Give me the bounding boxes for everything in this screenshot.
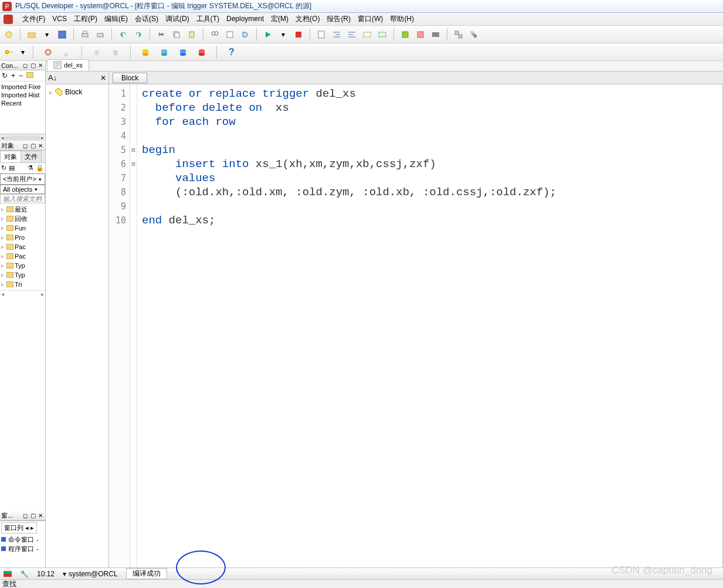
db-sql-icon[interactable] bbox=[158, 46, 171, 59]
max-icon[interactable]: ▢ bbox=[29, 62, 36, 69]
menu-item[interactable]: 报告(R) bbox=[323, 13, 354, 24]
add-icon[interactable]: + bbox=[11, 72, 15, 80]
menu-item[interactable]: 宏(M) bbox=[267, 13, 292, 24]
new-obj-icon[interactable]: ▤ bbox=[9, 164, 15, 172]
menu-item[interactable]: 会话(S) bbox=[131, 13, 162, 24]
close-icon[interactable]: ✕ bbox=[37, 62, 44, 69]
execute-dropdown-icon[interactable]: ▾ bbox=[277, 28, 290, 41]
menu-item[interactable]: 调试(D) bbox=[162, 13, 193, 24]
tree-node[interactable]: Fun bbox=[1, 223, 44, 233]
print-preview-icon[interactable] bbox=[94, 28, 107, 41]
new-icon[interactable] bbox=[2, 28, 15, 41]
db-yellow-icon[interactable] bbox=[139, 46, 152, 59]
tree-node[interactable]: 最近 bbox=[1, 205, 44, 214]
paste-icon[interactable] bbox=[185, 28, 198, 41]
objects-panel-header[interactable]: 对象 ◻▢✕ bbox=[0, 141, 45, 151]
scroll-left-icon[interactable]: ◂ bbox=[1, 135, 4, 141]
save-icon[interactable] bbox=[56, 28, 69, 41]
connection-row[interactable]: Imported Hist bbox=[1, 91, 44, 99]
refresh-icon[interactable]: ↻ bbox=[1, 164, 6, 172]
db-blue-icon[interactable] bbox=[176, 46, 189, 59]
menu-item[interactable]: 帮助(H) bbox=[386, 13, 417, 24]
redo-icon[interactable] bbox=[132, 28, 145, 41]
object-tree[interactable]: 最近回收FunProPacPacTypTypTri bbox=[0, 203, 45, 290]
copy-icon[interactable] bbox=[170, 28, 183, 41]
menu-item[interactable]: 文件(F) bbox=[19, 13, 49, 24]
stop-icon[interactable] bbox=[292, 28, 305, 41]
pin-icon[interactable]: ◻ bbox=[22, 142, 29, 149]
scroll-right-icon[interactable]: ▸ bbox=[41, 135, 44, 141]
pin-icon[interactable]: ◻ bbox=[22, 512, 29, 519]
tree-node[interactable]: Typ bbox=[1, 261, 44, 270]
refresh-icon[interactable]: ↻ bbox=[2, 72, 8, 80]
key-dropdown-icon[interactable]: ▾ bbox=[21, 48, 25, 56]
windows-panel-header[interactable]: 窗... ◻▢✕ bbox=[0, 511, 45, 521]
tree-node[interactable]: 回收 bbox=[1, 214, 44, 223]
max-icon[interactable]: ▢ bbox=[29, 142, 36, 149]
close-icon[interactable]: ✕ bbox=[37, 512, 44, 519]
trash-tan-icon[interactable] bbox=[109, 46, 122, 59]
explain-plan-icon[interactable] bbox=[315, 28, 328, 41]
remove-icon[interactable]: − bbox=[19, 72, 23, 80]
object-search-input[interactable] bbox=[0, 194, 45, 203]
pin-icon[interactable]: ◻ bbox=[22, 62, 29, 69]
fold-column[interactable]: ⊟⊟ bbox=[130, 84, 137, 567]
struct-node-block[interactable]: ▹ Block bbox=[49, 88, 105, 96]
rollback-icon[interactable] bbox=[414, 28, 427, 41]
brush-icon[interactable] bbox=[60, 46, 73, 59]
menu-item[interactable]: Deployment bbox=[223, 13, 267, 24]
max-icon[interactable]: ▢ bbox=[29, 512, 36, 519]
block-button[interactable]: Block bbox=[113, 73, 147, 83]
filter-dropdown[interactable]: All objects bbox=[0, 185, 45, 194]
connections-panel-header[interactable]: Con... ◻▢✕ bbox=[0, 61, 45, 70]
comment-icon[interactable] bbox=[361, 28, 374, 41]
execute-icon[interactable] bbox=[262, 28, 274, 41]
tab-files[interactable]: 文件 bbox=[21, 151, 42, 162]
db-red-icon[interactable] bbox=[195, 46, 208, 59]
trash-green-icon[interactable] bbox=[90, 46, 103, 59]
tree-node[interactable]: Pac bbox=[1, 242, 44, 251]
status-session[interactable]: system@ORCL bbox=[69, 570, 118, 578]
lock-icon[interactable]: 🔒 bbox=[36, 164, 44, 172]
close-icon[interactable]: ✕ bbox=[37, 142, 44, 149]
find-next-icon[interactable] bbox=[239, 28, 252, 41]
replace-icon[interactable] bbox=[223, 28, 236, 41]
menu-item[interactable]: 工程(P) bbox=[70, 13, 101, 24]
session-icon[interactable] bbox=[429, 28, 442, 41]
folder-icon[interactable] bbox=[26, 72, 33, 80]
uncomment-icon[interactable] bbox=[376, 28, 389, 41]
menu-item[interactable]: 窗口(W) bbox=[354, 13, 386, 24]
print-icon[interactable] bbox=[79, 28, 91, 41]
connection-row[interactable]: Imported Fixe bbox=[1, 83, 44, 91]
find-icon[interactable] bbox=[208, 28, 221, 41]
tree-node[interactable]: Pro bbox=[1, 233, 44, 242]
sort-icon[interactable]: A↓ bbox=[48, 73, 57, 82]
commit-icon[interactable] bbox=[399, 28, 412, 41]
close-icon[interactable]: ✕ bbox=[100, 74, 106, 82]
window-list-item[interactable]: 命令窗口 - bbox=[1, 535, 44, 544]
menu-item[interactable]: 编辑(E) bbox=[101, 13, 131, 24]
cascade-icon[interactable] bbox=[467, 28, 480, 41]
open-dropdown-icon[interactable]: ▾ bbox=[40, 28, 53, 41]
menu-item[interactable]: VCS bbox=[49, 13, 70, 24]
tab-window-list[interactable]: 窗口列◂▸ bbox=[1, 522, 37, 533]
find-bar[interactable]: 查找 bbox=[0, 579, 723, 588]
tree-node[interactable]: Tri bbox=[1, 280, 44, 289]
menu-item[interactable]: 文档(O) bbox=[292, 13, 323, 24]
filter-icon[interactable]: ⚗ bbox=[28, 164, 33, 172]
connection-row[interactable]: Recent bbox=[1, 99, 44, 107]
help-icon[interactable]: ? bbox=[225, 46, 238, 59]
user-dropdown[interactable]: <当前用户> bbox=[0, 174, 45, 185]
gear-icon[interactable] bbox=[42, 46, 55, 59]
wrench-icon[interactable]: 🔧 bbox=[20, 570, 29, 578]
undo-icon[interactable] bbox=[117, 28, 130, 41]
menu-item[interactable]: 工具(T) bbox=[193, 13, 223, 24]
doc-tab-del-xs[interactable]: del_xs bbox=[47, 59, 89, 71]
indent-icon[interactable] bbox=[330, 28, 343, 41]
code-editor[interactable]: create or replace trigger del_xs before … bbox=[137, 84, 722, 567]
window-list-item[interactable]: 程序窗口 - bbox=[1, 544, 44, 553]
open-icon[interactable] bbox=[25, 28, 38, 41]
cut-icon[interactable]: ✂ bbox=[155, 28, 168, 41]
window-list-icon[interactable] bbox=[452, 28, 465, 41]
tree-node[interactable]: Pac bbox=[1, 251, 44, 261]
